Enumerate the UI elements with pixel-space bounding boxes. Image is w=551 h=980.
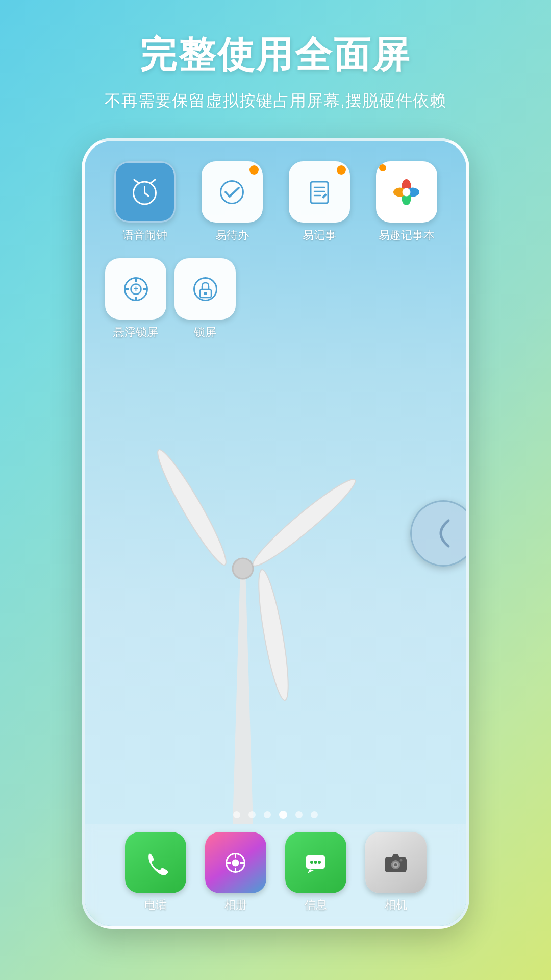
app-lock[interactable]: 锁屏 xyxy=(174,258,236,340)
dot-3[interactable] xyxy=(264,811,271,818)
page-dots xyxy=(233,811,318,819)
header: 完整使用全面屏 不再需要保留虚拟按键占用屏幕,摆脱硬件依赖 xyxy=(0,0,551,133)
dock-camera-label: 相机 xyxy=(385,897,407,913)
app-grid-row2: + 悬浮锁屏 锁屏 xyxy=(100,253,304,345)
svg-marker-39 xyxy=(392,854,399,857)
svg-point-29 xyxy=(232,859,239,866)
alarm-label: 语音闹钟 xyxy=(122,228,167,243)
notes-badge xyxy=(337,165,346,175)
svg-point-8 xyxy=(221,181,243,203)
app-floatlock[interactable]: + 悬浮锁屏 xyxy=(105,258,166,340)
svg-line-6 xyxy=(134,180,138,183)
colorbook-label: 易趣记事本 xyxy=(379,228,435,243)
svg-point-36 xyxy=(314,861,317,864)
dock-camera[interactable]: 相机 xyxy=(365,832,427,913)
dot-6[interactable] xyxy=(311,811,318,818)
svg-point-17 xyxy=(403,188,411,196)
dock-message-label: 信息 xyxy=(305,897,327,913)
svg-rect-9 xyxy=(311,182,328,203)
dock-phone[interactable]: 电话 xyxy=(125,832,186,913)
dock-gallery-label: 相册 xyxy=(224,897,247,913)
main-title: 完整使用全面屏 xyxy=(0,31,551,80)
todo-label: 易待办 xyxy=(215,228,249,243)
svg-point-27 xyxy=(204,292,207,295)
notes-label: 易记事 xyxy=(303,228,336,243)
dock-message[interactable]: 信息 xyxy=(285,832,346,913)
dot-2[interactable] xyxy=(248,811,256,818)
dot-5[interactable] xyxy=(295,811,303,818)
phone-mockup: 语音闹钟 易待办 xyxy=(82,138,469,929)
svg-line-7 xyxy=(151,180,155,183)
app-todo[interactable]: 易待办 xyxy=(192,161,271,243)
lock-label: 锁屏 xyxy=(194,325,216,340)
svg-point-2 xyxy=(151,445,233,569)
dock-phone-label: 电话 xyxy=(144,897,167,913)
svg-marker-0 xyxy=(233,569,253,824)
dot-1[interactable] xyxy=(233,811,240,818)
colorbook-badge xyxy=(379,164,386,172)
svg-point-1 xyxy=(233,558,253,579)
dock: 电话 相册 xyxy=(85,824,466,926)
svg-point-37 xyxy=(318,861,321,864)
floatlock-label: 悬浮锁屏 xyxy=(113,325,158,340)
todo-badge xyxy=(249,165,259,175)
dock-gallery[interactable]: 相册 xyxy=(205,832,266,913)
svg-point-42 xyxy=(394,863,397,866)
main-subtitle: 不再需要保留虚拟按键占用屏幕,摆脱硬件依赖 xyxy=(0,90,551,112)
app-notes[interactable]: 易记事 xyxy=(280,161,359,243)
svg-point-3 xyxy=(247,473,361,573)
app-grid-row1: 语音闹钟 易待办 xyxy=(100,156,451,248)
svg-text:+: + xyxy=(133,284,138,293)
app-colorbook[interactable]: 易趣记事本 xyxy=(367,161,446,243)
windmill-illustration xyxy=(115,364,370,824)
svg-point-4 xyxy=(253,568,294,702)
svg-point-35 xyxy=(310,861,313,864)
dot-4[interactable] xyxy=(279,811,287,819)
phone-inner: 语音闹钟 易待办 xyxy=(85,141,466,926)
svg-point-43 xyxy=(400,859,403,861)
app-alarm[interactable]: 语音闹钟 xyxy=(105,161,184,243)
